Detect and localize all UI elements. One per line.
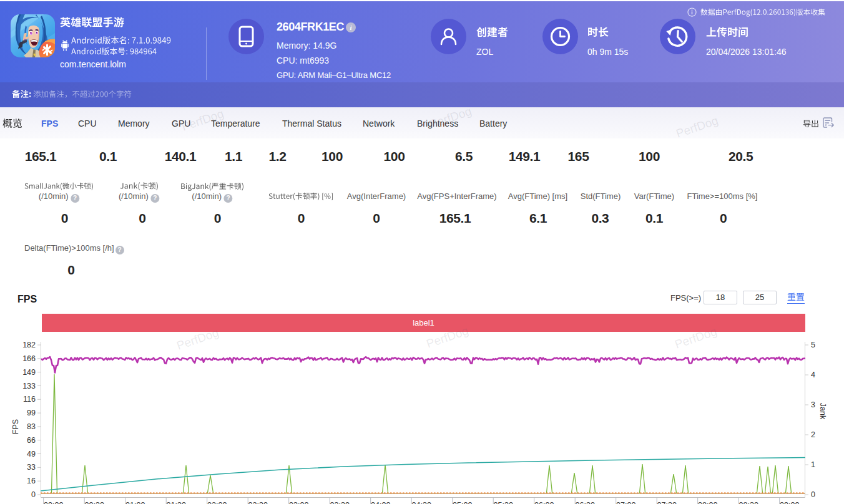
svg-text:166: 166	[22, 354, 36, 363]
svg-text:83: 83	[27, 422, 36, 431]
svg-text:1: 1	[811, 460, 815, 469]
svg-text:133: 133	[22, 382, 36, 390]
svg-text:03:30: 03:30	[330, 501, 350, 504]
svg-text:09:00: 09:00	[780, 501, 799, 504]
svg-text:04:00: 04:00	[371, 501, 390, 504]
svg-text:06:00: 06:00	[534, 501, 554, 504]
svg-text:0: 0	[811, 490, 815, 499]
svg-text:01:00: 01:00	[125, 501, 145, 504]
svg-text:16: 16	[27, 477, 36, 485]
svg-text:05:00: 05:00	[453, 501, 472, 504]
svg-text:07:00: 07:00	[616, 501, 635, 504]
svg-text:0: 0	[31, 490, 36, 499]
svg-text:149: 149	[22, 368, 36, 377]
svg-text:08:30: 08:30	[739, 501, 758, 504]
svg-text:07:30: 07:30	[657, 501, 677, 504]
svg-text:4: 4	[811, 371, 815, 379]
svg-text:66: 66	[27, 436, 36, 445]
svg-text:06:30: 06:30	[576, 501, 595, 504]
svg-text:116: 116	[23, 395, 36, 404]
svg-text:03:00: 03:00	[289, 501, 308, 504]
svg-text:05:30: 05:30	[494, 501, 513, 504]
svg-text:99: 99	[27, 409, 36, 417]
svg-text:Jank: Jank	[818, 403, 827, 420]
svg-text:04:30: 04:30	[412, 501, 431, 504]
svg-text:01:30: 01:30	[167, 501, 186, 504]
svg-text:02:30: 02:30	[248, 501, 268, 504]
svg-text:3: 3	[811, 400, 815, 409]
svg-text:08:00: 08:00	[698, 501, 717, 504]
svg-text:00:00: 00:00	[44, 501, 63, 504]
svg-text:182: 182	[22, 341, 36, 349]
svg-text:49: 49	[27, 450, 36, 458]
svg-text:00:30: 00:30	[85, 501, 104, 504]
svg-text:33: 33	[27, 463, 36, 472]
svg-text:02:00: 02:00	[207, 501, 227, 504]
svg-text:2: 2	[811, 430, 815, 439]
svg-text:5: 5	[811, 341, 815, 349]
svg-text:FPS: FPS	[11, 419, 20, 434]
